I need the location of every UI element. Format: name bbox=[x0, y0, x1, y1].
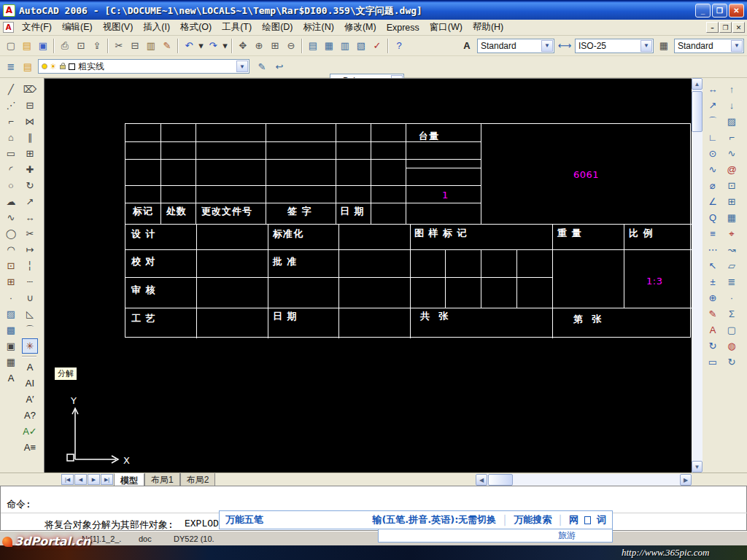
drawing-canvas[interactable]: 标记处数更改文件号签 字日 期台量60611设 计标准化图 样 标 记重 量比 … bbox=[44, 78, 692, 472]
mtext-icon[interactable]: A bbox=[22, 359, 38, 375]
draworder-back-icon[interactable]: ↓ bbox=[724, 98, 740, 113]
layer-states-icon[interactable]: ▤ bbox=[20, 59, 36, 74]
layer-on-icon[interactable] bbox=[42, 63, 47, 69]
revision-cloud-icon[interactable]: ☁ bbox=[3, 194, 19, 209]
block-editor-icon[interactable]: ⊡ bbox=[724, 178, 740, 193]
layer-freeze-icon[interactable]: ☀ bbox=[50, 63, 57, 71]
close-button[interactable]: ✕ bbox=[729, 4, 744, 18]
arc-length-dimension-icon[interactable]: ⌒ bbox=[705, 114, 721, 129]
taskbar-item-2[interactable]: doc bbox=[139, 534, 152, 543]
minimize-button[interactable]: _ bbox=[695, 4, 711, 18]
text-style-combo[interactable]: Standard ▼ bbox=[477, 39, 554, 53]
circle-icon[interactable]: ○ bbox=[3, 178, 19, 193]
scroll-up-icon[interactable]: ▲ bbox=[692, 78, 703, 90]
quick-leader-icon[interactable]: ↖ bbox=[705, 258, 721, 273]
rotate-icon[interactable]: ↻ bbox=[22, 178, 38, 193]
ellipse-icon[interactable]: ◯ bbox=[3, 226, 19, 241]
sheet-set-manager-icon[interactable]: ▧ bbox=[353, 38, 369, 53]
help-icon[interactable]: ? bbox=[391, 38, 407, 53]
layer-previous-icon[interactable]: ↩ bbox=[271, 59, 287, 74]
radius-dimension-icon[interactable]: ⊙ bbox=[705, 146, 721, 161]
locate-point-icon[interactable]: ∙ bbox=[724, 290, 740, 306]
save-icon[interactable]: ▣ bbox=[35, 38, 51, 53]
distance-icon[interactable]: ↝ bbox=[724, 242, 740, 257]
menu-file[interactable]: 文件(F) bbox=[17, 20, 57, 35]
tool-palettes-icon[interactable]: ▥ bbox=[337, 38, 353, 53]
explode-icon[interactable]: ✳ bbox=[22, 338, 38, 354]
single-line-text-icon[interactable]: AI bbox=[22, 376, 38, 391]
zoom-window-icon[interactable]: ⊞ bbox=[267, 38, 283, 53]
baseline-dimension-icon[interactable]: ≡ bbox=[705, 226, 721, 241]
tab-nav-last[interactable]: ▶| bbox=[101, 474, 113, 485]
vertical-scroll-thumb[interactable] bbox=[692, 91, 703, 132]
quick-dimension-icon[interactable]: Q bbox=[705, 210, 721, 225]
list-icon[interactable]: ≣ bbox=[724, 274, 740, 289]
break-icon[interactable]: ┄ bbox=[22, 274, 38, 289]
regen-icon[interactable]: ↻ bbox=[724, 354, 740, 370]
redo-dropdown-icon[interactable]: ▾ bbox=[221, 38, 229, 53]
new-icon[interactable]: ▢ bbox=[3, 38, 19, 53]
menu-window[interactable]: 窗口(W) bbox=[425, 20, 468, 35]
jogged-dimension-icon[interactable]: ∿ bbox=[705, 162, 721, 177]
menu-express[interactable]: Express bbox=[382, 21, 425, 34]
match-properties-icon[interactable]: ✎ bbox=[159, 38, 175, 53]
menu-edit[interactable]: 编辑(E) bbox=[57, 20, 98, 35]
linear-dimension-icon[interactable]: ↔ bbox=[705, 82, 721, 97]
spline-icon[interactable]: ∿ bbox=[3, 210, 19, 225]
polyline-edit-icon[interactable]: ⌐ bbox=[724, 130, 740, 145]
designcenter-icon[interactable]: ▦ bbox=[321, 38, 337, 53]
chevron-down-icon[interactable]: ▼ bbox=[640, 40, 652, 52]
menu-draw[interactable]: 绘图(D) bbox=[257, 20, 298, 35]
extend-icon[interactable]: ↦ bbox=[22, 242, 38, 257]
scale-icon[interactable]: ↗ bbox=[22, 194, 38, 209]
ordinate-dimension-icon[interactable]: ∟ bbox=[705, 130, 721, 145]
ime-dict-button[interactable]: 词 bbox=[597, 513, 606, 526]
menu-modify[interactable]: 修改(M) bbox=[339, 20, 382, 35]
chamfer-icon[interactable]: ◺ bbox=[22, 306, 38, 322]
command-prompt[interactable]: 命令: bbox=[7, 498, 31, 511]
ime-name[interactable]: 万能五笔 bbox=[225, 513, 263, 526]
break-at-point-icon[interactable]: ╎ bbox=[22, 258, 38, 273]
polyline-icon[interactable]: ⌐ bbox=[3, 114, 19, 129]
open-icon[interactable]: ▤ bbox=[19, 38, 35, 53]
rectangle-icon[interactable]: ▭ bbox=[3, 146, 19, 161]
mirror-icon[interactable]: ⋈ bbox=[22, 114, 38, 129]
mdi-restore-button[interactable]: ❐ bbox=[719, 22, 732, 33]
horizontal-scrollbar[interactable]: ◀ ▶ bbox=[476, 474, 692, 486]
menu-format[interactable]: 格式(O) bbox=[175, 20, 217, 35]
undo-icon[interactable]: ↶ bbox=[181, 38, 197, 53]
dimension-update-icon[interactable]: ↻ bbox=[705, 338, 721, 354]
center-mark-icon[interactable]: ⊕ bbox=[705, 290, 721, 306]
scroll-left-icon[interactable]: ◀ bbox=[476, 474, 487, 486]
chevron-down-icon[interactable]: ▼ bbox=[541, 40, 553, 52]
menu-tools[interactable]: 工具(T) bbox=[217, 20, 257, 35]
vertical-scrollbar[interactable]: ▲ ▼ bbox=[692, 78, 703, 472]
construction-line-icon[interactable]: ⋰ bbox=[3, 98, 19, 113]
tab-nav-prev[interactable]: ◀ bbox=[74, 474, 87, 485]
menu-help[interactable]: 帮助(H) bbox=[468, 20, 508, 35]
point-icon[interactable]: ∙ bbox=[3, 290, 19, 306]
text-style-tool-icon[interactable]: A≡ bbox=[22, 440, 38, 455]
menu-view[interactable]: 视图(V) bbox=[98, 20, 139, 35]
insert-block-icon[interactable]: ⊡ bbox=[3, 258, 19, 273]
table-icon[interactable]: ▦ bbox=[3, 354, 19, 370]
hatch-edit-icon[interactable]: ▨ bbox=[724, 114, 740, 129]
multiline-text-icon[interactable]: A bbox=[3, 370, 19, 386]
layer-color-swatch[interactable] bbox=[69, 63, 75, 70]
area-icon[interactable]: ▱ bbox=[724, 258, 740, 273]
fillet-icon[interactable]: ⌒ bbox=[22, 322, 38, 338]
edit-text-icon[interactable]: A′ bbox=[22, 392, 38, 407]
scroll-right-icon[interactable]: ▶ bbox=[680, 474, 692, 486]
horizontal-scroll-thumb[interactable] bbox=[488, 474, 513, 486]
array-icon[interactable]: ⊞ bbox=[22, 146, 38, 161]
offset-icon[interactable]: ∥ bbox=[22, 130, 38, 145]
hatch-icon[interactable]: ▨ bbox=[3, 306, 19, 322]
erase-icon[interactable]: ⌦ bbox=[22, 82, 38, 97]
arc-icon[interactable]: ◜ bbox=[3, 162, 19, 177]
angular-dimension-icon[interactable]: ∠ bbox=[705, 194, 721, 209]
chevron-down-icon[interactable]: ▼ bbox=[236, 61, 248, 72]
dimension-style-icon[interactable]: ▭ bbox=[705, 354, 721, 370]
mass-properties-icon[interactable]: Σ bbox=[724, 306, 740, 322]
attribute-edit-icon[interactable]: @ bbox=[724, 162, 740, 177]
spline-edit-icon[interactable]: ∿ bbox=[724, 146, 740, 161]
